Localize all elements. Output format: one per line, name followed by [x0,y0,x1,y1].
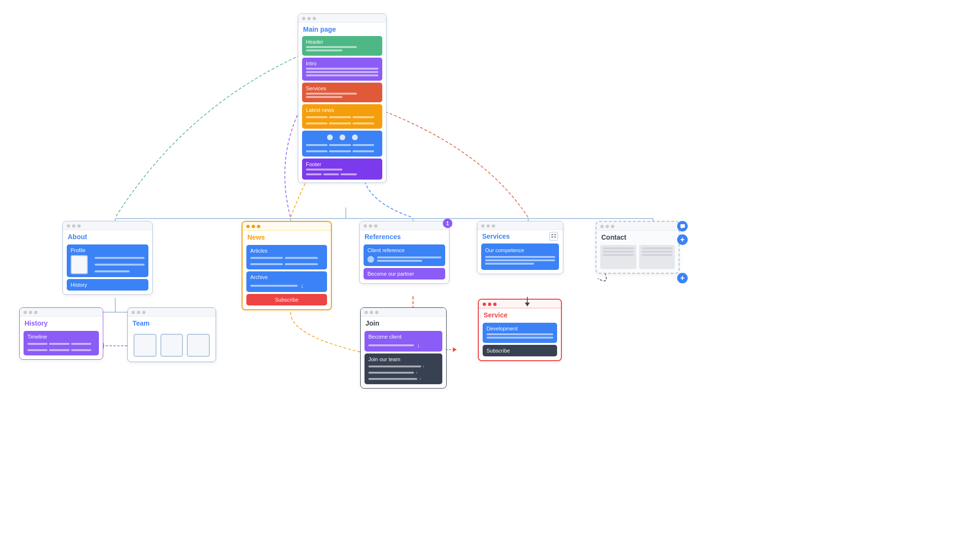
header-section[interactable]: Header [302,36,382,56]
our-competence-section[interactable]: Our competence [481,243,559,270]
join-card[interactable]: Join Become client ↓ Join our team › › › [360,307,447,389]
svg-rect-12 [551,234,553,235]
news-card-dots [243,222,331,231]
articles-section[interactable]: Articles [246,245,327,269]
news-card[interactable]: News Articles Archive ↓ Subscribe [242,221,332,310]
svg-marker-19 [453,347,457,352]
service-card-dots [479,300,561,308]
team-title: Team [128,317,216,329]
contact-card-dots [596,222,679,231]
team-card[interactable]: Team [127,307,216,362]
join-card-dots [361,308,446,317]
become-partner-section[interactable]: Become our partner [364,268,445,280]
development-section[interactable]: Development [483,323,557,343]
about-image [71,255,88,274]
references-card[interactable]: References Client reference Become our p… [359,221,450,284]
team-members-row [128,329,216,362]
team-member-2 [160,334,183,357]
team-section-main[interactable] [302,131,382,157]
archive-section[interactable]: Archive ↓ [246,271,327,292]
intro-section[interactable]: Intro [302,58,382,81]
about-title: About [63,230,152,243]
about-card-dots [63,221,152,230]
services-card[interactable]: Services Our competence [477,221,563,274]
services-card-title: Services [482,232,510,240]
svg-rect-14 [551,236,553,238]
service-card[interactable]: Service Development Subscribe [478,299,562,361]
services-card-dots [477,221,563,230]
footer-section[interactable]: Footer [302,158,382,180]
references-card-dots [360,221,449,230]
services-icon [549,232,558,241]
contact-title: Contact [596,231,679,243]
team-member-3 [187,334,210,357]
history-link-section[interactable]: History [67,279,148,291]
plus-icon-1[interactable]: + [677,234,688,245]
history-title: History [20,317,103,329]
client-reference-section[interactable]: Client reference [364,244,445,266]
services-section[interactable]: Services [302,83,382,102]
card-dots [298,14,386,23]
contact-block-2 [639,245,675,269]
main-page-title: Main page [298,23,386,35]
news-title: News [243,231,331,243]
latest-news-section[interactable]: Latest news [302,104,382,129]
chat-icon[interactable] [677,221,688,231]
profile-section[interactable]: Profile [67,244,148,277]
plus-icon-2[interactable]: + [677,273,688,283]
svg-rect-13 [554,234,556,235]
references-title: References [360,230,449,243]
references-badge: 1 [443,219,452,228]
join-team-section[interactable]: Join our team › › › [365,353,442,384]
service-subscribe-section[interactable]: Subscribe [483,345,557,356]
main-page-card[interactable]: Main page Header Intro Services Latest n… [298,13,387,183]
timeline-section[interactable]: Timeline [24,331,99,355]
history-card-dots [20,308,103,317]
contact-block-1 [600,245,636,269]
svg-rect-15 [554,236,556,238]
join-title: Join [361,317,446,329]
team-card-dots [128,308,216,317]
contact-card[interactable]: Contact [595,221,680,274]
about-card[interactable]: About Profile History [62,221,153,295]
team-member-1 [134,334,157,357]
history-card[interactable]: History Timeline [19,307,103,360]
service-title: Service [479,308,561,321]
subscribe-section[interactable]: Subscribe [246,294,327,305]
person-icon [367,256,374,263]
become-client-section[interactable]: Become client ↓ [365,331,442,352]
